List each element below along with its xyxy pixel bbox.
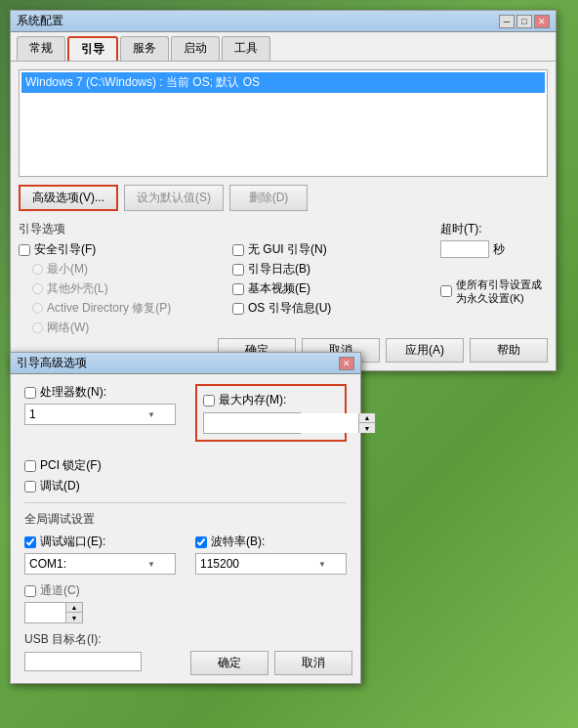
active-directory-radio[interactable] — [32, 303, 43, 314]
max-memory-spin-up[interactable]: ▲ — [359, 413, 375, 423]
timeout-section: 超时(T): 30 秒 使所有引导设置成为永久设置(K) — [431, 221, 548, 339]
debug-checkbox[interactable] — [24, 481, 36, 492]
boot-list[interactable]: Windows 7 (C:\Windows) : 当前 OS; 默认 OS — [19, 69, 548, 177]
os-boot-info-checkbox[interactable] — [232, 303, 244, 315]
dialog-close-button[interactable]: ✕ — [339, 357, 354, 370]
debug-port-label: 调试端口(E): — [40, 534, 105, 550]
baud-rate-arrow-icon: ▼ — [318, 560, 326, 569]
usb-target-input[interactable] — [24, 652, 142, 671]
max-memory-option: 最大内存(M): — [203, 392, 339, 408]
processor-count-arrow-icon: ▼ — [147, 410, 155, 419]
minimal-option: 最小(M) — [19, 261, 217, 278]
tab-bar: 常规 引导 服务 启动 工具 — [11, 32, 556, 62]
debug-port-option: 调试端口(E): — [24, 534, 176, 550]
channel-spin-down[interactable]: ▼ — [66, 613, 82, 622]
dialog-cancel-button[interactable]: 取消 — [274, 651, 352, 675]
processor-count-checkbox[interactable] — [24, 387, 36, 399]
active-directory-label: Active Directory 修复(P) — [47, 300, 171, 317]
safe-boot-checkbox[interactable] — [19, 244, 30, 256]
main-title-bar: 系统配置 ─ □ ✕ — [11, 11, 556, 32]
main-content-area: Windows 7 (C:\Windows) : 当前 OS; 默认 OS 高级… — [11, 62, 556, 347]
channel-spin-up[interactable]: ▲ — [66, 603, 82, 613]
timeout-input[interactable]: 30 — [440, 240, 489, 258]
dialog-title-bar: 引导高级选项 ✕ — [11, 353, 360, 374]
advanced-options-button[interactable]: 高级选项(V)... — [19, 185, 118, 211]
processor-count-section: 处理器数(N): 1 ▼ — [24, 384, 176, 425]
baud-rate-select[interactable]: 115200 ▼ — [195, 553, 347, 575]
pci-lock-label: PCI 锁定(F) — [40, 457, 102, 474]
maximize-button[interactable]: □ — [516, 15, 532, 28]
baud-rate-label: 波特率(B): — [211, 534, 265, 550]
baud-rate-option: 波特率(B): — [195, 534, 347, 550]
max-memory-spinbox-buttons: ▲ ▼ — [358, 413, 375, 433]
permanent-option: 使所有引导设置成为永久设置(K) — [440, 278, 548, 306]
max-memory-highlight: 最大内存(M): 0 ▲ ▼ — [195, 384, 347, 442]
no-gui-checkbox[interactable] — [232, 244, 244, 256]
max-memory-spinbox: 0 ▲ ▼ — [203, 412, 301, 434]
boot-list-item[interactable]: Windows 7 (C:\Windows) : 当前 OS; 默认 OS — [21, 72, 545, 93]
boot-buttons-row: 高级选项(V)... 设为默认值(S) 删除(D) — [19, 185, 548, 211]
minimal-radio[interactable] — [32, 264, 43, 275]
tab-tools[interactable]: 工具 — [222, 36, 270, 61]
basic-video-checkbox[interactable] — [232, 283, 244, 295]
permanent-section: 使所有引导设置成为永久设置(K) — [440, 278, 548, 306]
tab-general[interactable]: 常规 — [17, 36, 65, 61]
dialog-title: 引导高级选项 — [17, 355, 87, 371]
network-radio[interactable] — [32, 322, 43, 333]
dialog-ok-button[interactable]: 确定 — [190, 651, 268, 675]
timeout-unit: 秒 — [493, 241, 505, 258]
max-memory-input[interactable]: 0 — [204, 413, 358, 433]
title-bar-controls: ─ □ ✕ — [499, 15, 550, 28]
channel-section: 通道(C) 0 ▲ ▼ — [24, 582, 347, 623]
os-boot-info-option: OS 引导信息(U) — [232, 300, 431, 317]
processor-count-value: 1 — [29, 407, 36, 421]
baud-rate-checkbox[interactable] — [195, 536, 207, 548]
debug-port-checkbox[interactable] — [24, 536, 36, 548]
network-option: 网络(W) — [19, 320, 217, 336]
debug-port-select[interactable]: COM1: ▼ — [24, 553, 176, 575]
debug-label: 调试(D) — [40, 478, 80, 494]
help-button[interactable]: 帮助 — [470, 338, 548, 363]
channel-input[interactable]: 0 — [25, 603, 65, 622]
boot-log-checkbox[interactable] — [232, 264, 244, 276]
delete-button[interactable]: 删除(D) — [229, 185, 308, 211]
channel-spinbox: 0 ▲ ▼ — [24, 602, 83, 623]
tab-boot[interactable]: 引导 — [67, 36, 118, 61]
boot-options-left: 安全引导(F) 最小(M) 其他外壳(L) Active Direct — [19, 241, 217, 339]
other-shell-radio[interactable] — [32, 283, 43, 294]
channel-checkbox[interactable] — [24, 585, 36, 597]
close-button[interactable]: ✕ — [534, 15, 550, 28]
baud-rate-value: 115200 — [200, 557, 239, 571]
main-window-title: 系统配置 — [17, 13, 63, 29]
global-debug-label: 全局调试设置 — [24, 511, 347, 528]
timeout-label: 超时(T): — [440, 221, 548, 237]
debug-option: 调试(D) — [24, 478, 347, 494]
apply-button[interactable]: 应用(A) — [386, 338, 464, 363]
dialog-content: 处理器数(N): 1 ▼ 最大内存(M): 0 — [11, 374, 360, 681]
max-memory-spin-down[interactable]: ▼ — [359, 423, 375, 433]
permanent-checkbox[interactable] — [440, 285, 452, 297]
no-gui-label: 无 GUI 引导(N) — [248, 241, 327, 258]
max-memory-label: 最大内存(M): — [219, 392, 286, 408]
pci-lock-checkbox[interactable] — [24, 460, 36, 472]
tab-services[interactable]: 服务 — [120, 36, 169, 61]
other-shell-label: 其他外壳(L) — [47, 280, 108, 297]
permanent-label: 使所有引导设置成为永久设置(K) — [456, 278, 548, 306]
boot-log-label: 引导日志(B) — [248, 261, 310, 278]
pci-lock-option: PCI 锁定(F) — [24, 457, 347, 474]
usb-target-label: USB 目标名(I): — [24, 631, 347, 648]
processor-count-select-wrapper: 1 ▼ — [24, 404, 176, 425]
global-debug-row: 调试端口(E): COM1: ▼ 波特率(B): 115200 ▼ — [24, 534, 347, 575]
set-default-button[interactable]: 设为默认值(S) — [124, 185, 224, 211]
network-label: 网络(W) — [47, 320, 89, 336]
tab-startup[interactable]: 启动 — [171, 36, 220, 61]
basic-video-option: 基本视频(E) — [232, 280, 431, 297]
channel-label: 通道(C) — [40, 582, 80, 599]
section-divider — [24, 502, 347, 503]
active-directory-option: Active Directory 修复(P) — [19, 300, 217, 317]
max-memory-checkbox[interactable] — [203, 395, 215, 407]
boot-log-option: 引导日志(B) — [232, 261, 431, 278]
basic-video-label: 基本视频(E) — [248, 280, 310, 297]
processor-count-select[interactable]: 1 ▼ — [24, 404, 176, 425]
minimize-button[interactable]: ─ — [499, 15, 515, 28]
